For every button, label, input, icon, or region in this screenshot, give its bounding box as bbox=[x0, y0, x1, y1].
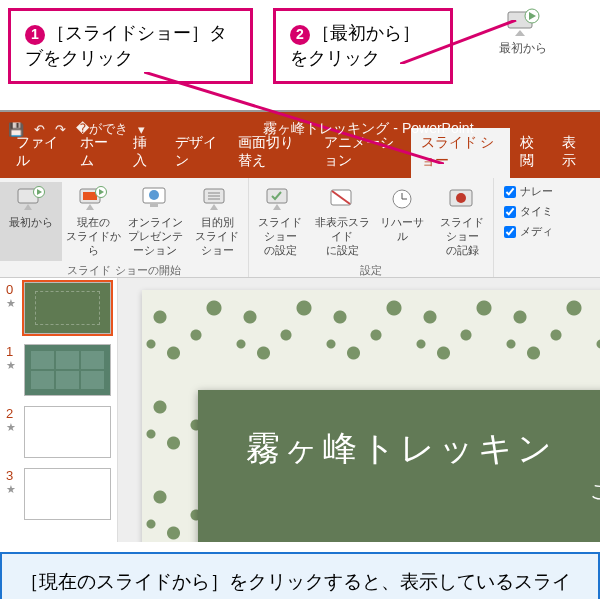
ribbon-group-setup: スライド ショー の設定 非表示スライド に設定 リハーサル スライド ショー … bbox=[249, 178, 494, 277]
setup-show-button[interactable]: スライド ショー の設定 bbox=[249, 182, 311, 261]
slide-thumbnail-1[interactable] bbox=[24, 344, 111, 396]
work-area: 0★ 1★ 2★ 3★ 霧ヶ峰トレッキン ご案内 bbox=[0, 278, 600, 542]
callout-number-2: 2 bbox=[290, 25, 310, 45]
record-show-button[interactable]: スライド ショー の記録 bbox=[431, 182, 493, 261]
callout-text-1: ［スライドショー］タブをクリック bbox=[25, 23, 227, 68]
slide-thumbnail-2[interactable] bbox=[24, 406, 111, 458]
svg-rect-7 bbox=[83, 192, 97, 200]
start-show-icon[interactable]: �ができ bbox=[76, 120, 128, 138]
monitor-globe-icon bbox=[141, 186, 169, 212]
narration-checkbox[interactable]: ナレー bbox=[504, 184, 553, 199]
svg-point-11 bbox=[149, 190, 159, 200]
thumb-row-0[interactable]: 0★ bbox=[6, 282, 111, 334]
footer-tip-text: ［現在のスライドから］をクリックすると、表示しているスライドからスライドショーが… bbox=[20, 571, 571, 599]
ribbon: 最初から 現在の スライドから オンライン プレゼンテーション 目的別 スライド… bbox=[0, 178, 600, 278]
callout-number-1: 1 bbox=[25, 25, 45, 45]
projector-check-icon bbox=[266, 186, 294, 212]
thumb-row-3[interactable]: 3★ bbox=[6, 468, 111, 520]
callout-step-1: 1［スライドショー］タブをクリック bbox=[8, 8, 253, 84]
projector-play-icon bbox=[506, 8, 540, 36]
setup-show-label: スライド ショー の設定 bbox=[258, 216, 302, 256]
rehearse-label: リハーサル bbox=[380, 216, 424, 242]
from-beginning-label: 最初から bbox=[9, 216, 53, 228]
thumb-number: 1★ bbox=[6, 344, 18, 396]
custom-show-label: 目的別 スライド ショー bbox=[195, 216, 239, 256]
undo-icon[interactable]: ↶ bbox=[34, 122, 45, 137]
qat-dropdown-icon[interactable]: ▾ bbox=[138, 122, 145, 137]
from-current-button[interactable]: 現在の スライドから bbox=[62, 182, 124, 261]
from-beginning-preview-label: 最初から bbox=[499, 41, 547, 55]
from-beginning-button[interactable]: 最初から bbox=[0, 182, 62, 261]
thumb-number: 3★ bbox=[6, 468, 18, 520]
ribbon-tabs: ファイル ホーム 挿入 デザイン 画面切り替え アニメーション スライド ショー… bbox=[0, 146, 600, 178]
from-current-label: 現在の スライドから bbox=[66, 216, 121, 256]
custom-show-button[interactable]: 目的別 スライド ショー bbox=[186, 182, 248, 261]
thumb-number: 2★ bbox=[6, 406, 18, 458]
rehearse-button[interactable]: リハーサル bbox=[373, 182, 431, 261]
app-name: PowerPoint bbox=[402, 120, 474, 136]
callout-text-2: ［最初から］をクリック bbox=[290, 23, 420, 68]
media-checkbox[interactable]: メディ bbox=[504, 224, 553, 239]
ribbon-checkboxes: ナレー タイミ メディ bbox=[494, 178, 559, 277]
hide-slide-button[interactable]: 非表示スライド に設定 bbox=[311, 182, 373, 261]
thumb-row-2[interactable]: 2★ bbox=[6, 406, 111, 458]
record-show-label: スライド ショー の記録 bbox=[440, 216, 484, 256]
present-online-button[interactable]: オンライン プレゼンテーション bbox=[124, 182, 186, 261]
thumb-row-1[interactable]: 1★ bbox=[6, 344, 111, 396]
slide-subtitle: ご案内 bbox=[246, 478, 600, 505]
thumb-number: 0★ bbox=[6, 282, 18, 334]
window-title: 霧ヶ峰トレッキング - PowerPoint bbox=[145, 120, 592, 138]
callout-step-2: 2［最初から］をクリック bbox=[273, 8, 453, 84]
slide-thumbnails-panel[interactable]: 0★ 1★ 2★ 3★ bbox=[0, 278, 118, 542]
projector-play-icon bbox=[17, 186, 45, 212]
hide-slide-label: 非表示スライド に設定 bbox=[315, 216, 370, 256]
slide-hidden-icon bbox=[328, 186, 356, 212]
slide-thumbnail-0[interactable] bbox=[24, 282, 111, 334]
timing-checkbox[interactable]: タイミ bbox=[504, 204, 553, 219]
overlay-title-slide: 霧ヶ峰トレッキン ご案内 bbox=[198, 390, 600, 542]
slide-canvas[interactable]: 霧ヶ峰トレッキン ご案内 bbox=[118, 278, 600, 542]
record-icon bbox=[448, 186, 476, 212]
projector-current-icon bbox=[79, 186, 107, 212]
footer-tip: ［現在のスライドから］をクリックすると、表示しているスライドからスライドショーが… bbox=[0, 552, 600, 599]
svg-rect-10 bbox=[150, 204, 158, 207]
ribbon-group-start: 最初から 現在の スライドから オンライン プレゼンテーション 目的別 スライド… bbox=[0, 178, 249, 277]
powerpoint-window: 💾 ↶ ↷ �ができ ▾ 霧ヶ峰トレッキング - PowerPoint ファイル… bbox=[0, 110, 600, 542]
projector-list-icon bbox=[203, 186, 231, 212]
document-name: 霧ヶ峰トレッキング bbox=[263, 120, 389, 136]
save-icon[interactable]: 💾 bbox=[8, 122, 24, 137]
clock-icon bbox=[388, 186, 416, 212]
slide-thumbnail-3[interactable] bbox=[24, 468, 111, 520]
svg-point-23 bbox=[456, 193, 466, 203]
present-online-label: オンライン プレゼンテーション bbox=[128, 216, 183, 256]
from-beginning-preview-button: 最初から bbox=[487, 8, 559, 57]
redo-icon[interactable]: ↷ bbox=[55, 122, 66, 137]
slide-title: 霧ヶ峰トレッキン bbox=[246, 426, 600, 472]
